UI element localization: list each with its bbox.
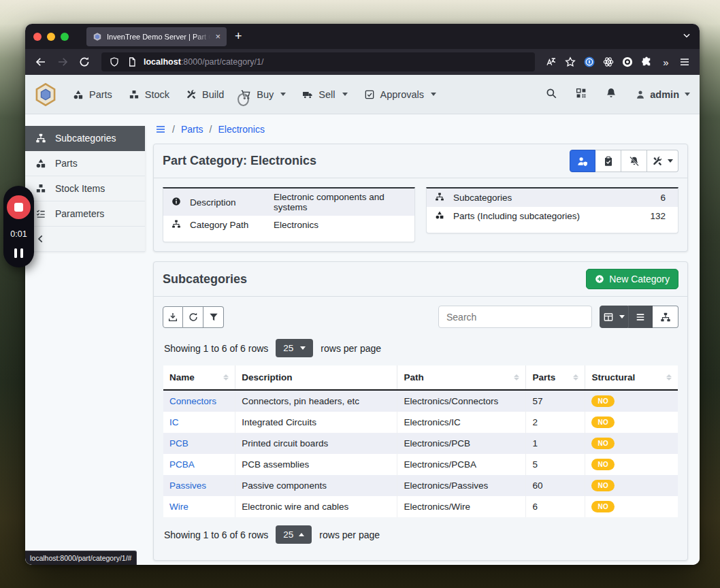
app-navbar: Parts Stock Build Buy Sell	[25, 75, 700, 114]
refresh-icon	[188, 312, 199, 323]
breadcrumb-link-electronics[interactable]: Electronics	[218, 124, 264, 135]
sidebar-label: Subcategories	[55, 133, 116, 144]
category-link[interactable]: PCB	[169, 438, 189, 448]
category-link[interactable]: Connectors	[169, 396, 216, 406]
atom-extension-icon[interactable]	[600, 53, 617, 71]
structural-badge: NO	[591, 501, 615, 512]
tree-view-button[interactable]	[653, 306, 678, 328]
app-menu-icon[interactable]	[676, 53, 693, 71]
columns-select-button[interactable]	[600, 306, 628, 328]
minimize-window-button[interactable]	[47, 33, 55, 41]
sort-icon[interactable]	[666, 374, 672, 380]
page-body: Subcategories Parts Stock Items Paramete…	[25, 114, 700, 565]
shapes-icon	[433, 210, 446, 222]
list-view-button[interactable]	[628, 306, 653, 328]
page-size-dropdown[interactable]: 25	[276, 525, 312, 544]
sidebar-item-parameters[interactable]: Parameters	[25, 201, 145, 227]
sort-icon[interactable]	[573, 374, 578, 380]
column-header-description[interactable]: Description	[235, 365, 397, 390]
sidebar-label: Stock Items	[55, 183, 105, 194]
category-link[interactable]: Wire	[169, 502, 189, 512]
stocktake-button[interactable]	[595, 150, 621, 172]
sidebar-item-parts[interactable]: Parts	[25, 151, 145, 176]
breadcrumb-link-parts[interactable]: Parts	[181, 124, 203, 135]
overflow-menu-icon[interactable]: »	[657, 53, 674, 71]
extension-puzzle-icon[interactable]	[638, 53, 655, 71]
main-content: / Parts / Electronics Part Category: Ele…	[153, 120, 688, 561]
sidebar-item-subcategories[interactable]: Subcategories	[25, 126, 145, 151]
tab-close-icon[interactable]: ×	[215, 31, 220, 42]
notifications-bell-icon[interactable]	[605, 87, 617, 102]
nav-item-approvals[interactable]: Approvals	[364, 89, 436, 100]
pause-recording-button[interactable]	[14, 248, 23, 258]
unsubscribe-bell-button[interactable]	[621, 150, 647, 172]
close-window-button[interactable]	[33, 33, 42, 41]
category-details-right: Subcategories 6 Parts (Including subcate…	[426, 187, 678, 233]
cell-parts: 57	[526, 390, 585, 412]
breadcrumb-separator: /	[172, 124, 175, 135]
check-square-icon	[364, 89, 375, 100]
sidebar-label: Parts	[55, 158, 78, 169]
url-bar[interactable]: localhost:8000/part/category/1/	[101, 52, 535, 71]
breadcrumb-menu-icon[interactable]	[155, 123, 166, 135]
category-link[interactable]: IC	[169, 417, 179, 427]
nav-item-parts[interactable]: Parts	[73, 89, 112, 100]
cell-parts: 5	[526, 454, 585, 475]
page-info-icon[interactable]	[126, 53, 138, 71]
tab-list-chevron-icon[interactable]	[682, 31, 691, 43]
page-size-dropdown[interactable]: 25	[276, 339, 313, 357]
new-tab-button[interactable]: +	[235, 29, 242, 44]
ring-extension-icon[interactable]	[619, 53, 636, 71]
download-button[interactable]	[163, 306, 183, 328]
column-header-path[interactable]: Path	[397, 365, 526, 390]
user-menu[interactable]: admin	[635, 89, 690, 100]
table-header-row: Name Description Path Parts Structural	[163, 365, 678, 390]
column-header-parts[interactable]: Parts	[526, 365, 585, 390]
back-icon[interactable]	[32, 53, 50, 71]
shield-icon[interactable]	[108, 53, 120, 71]
sort-icon[interactable]	[223, 374, 229, 380]
zoom-window-button[interactable]	[61, 33, 69, 41]
nav-label: Parts	[89, 89, 112, 100]
nav-label: Buy	[257, 89, 274, 100]
cell-description: Printed circuit boards	[235, 433, 397, 454]
detail-value: 6	[660, 193, 671, 203]
new-category-label: New Category	[609, 274, 670, 284]
inventree-logo-icon[interactable]	[35, 83, 56, 106]
cell-parts: 60	[526, 475, 585, 496]
nav-label: Approvals	[380, 89, 424, 100]
column-header-structural[interactable]: Structural	[585, 365, 678, 390]
showing-rows-text: Showing 1 to 6 of 6 rows	[164, 529, 268, 540]
column-header-name[interactable]: Name	[163, 365, 235, 390]
category-options-button[interactable]	[647, 150, 678, 172]
translate-icon[interactable]	[543, 53, 559, 71]
sidebar-item-stock-items[interactable]: Stock Items	[25, 176, 145, 201]
nav-label: Sell	[318, 89, 335, 100]
subcategories-title: Subcategories	[163, 272, 247, 287]
barcode-scan-icon[interactable]	[575, 87, 587, 102]
browser-tab[interactable]: InvenTree Demo Server | Part Ca ×	[86, 27, 227, 46]
pagination-top: Showing 1 to 6 of 6 rows 25 rows per pag…	[154, 331, 687, 365]
refresh-button[interactable]	[183, 306, 203, 328]
reload-icon[interactable]	[76, 53, 93, 71]
search-input[interactable]	[438, 306, 592, 328]
category-link[interactable]: Passives	[169, 480, 206, 491]
bookmark-star-icon[interactable]	[562, 53, 578, 71]
filter-button[interactable]	[203, 306, 224, 328]
sidebar-collapse-button[interactable]	[25, 227, 145, 252]
category-link[interactable]: PCBA	[169, 459, 195, 470]
detail-label: Description	[190, 197, 266, 208]
clipboard-check-icon	[603, 156, 614, 167]
new-category-button[interactable]: New Category	[586, 269, 678, 289]
forward-icon[interactable]	[54, 53, 71, 71]
stop-recording-button[interactable]	[7, 195, 31, 219]
nav-item-sell[interactable]: Sell	[302, 89, 347, 100]
nav-item-stock[interactable]: Stock	[129, 89, 169, 100]
search-icon[interactable]	[545, 87, 557, 102]
sort-icon[interactable]	[514, 374, 519, 380]
admin-view-button[interactable]	[570, 150, 595, 172]
sitemap-icon	[35, 133, 46, 144]
sitemap-icon	[170, 219, 182, 231]
nav-item-build[interactable]: Build	[186, 89, 224, 100]
password-manager-icon[interactable]	[581, 53, 598, 71]
